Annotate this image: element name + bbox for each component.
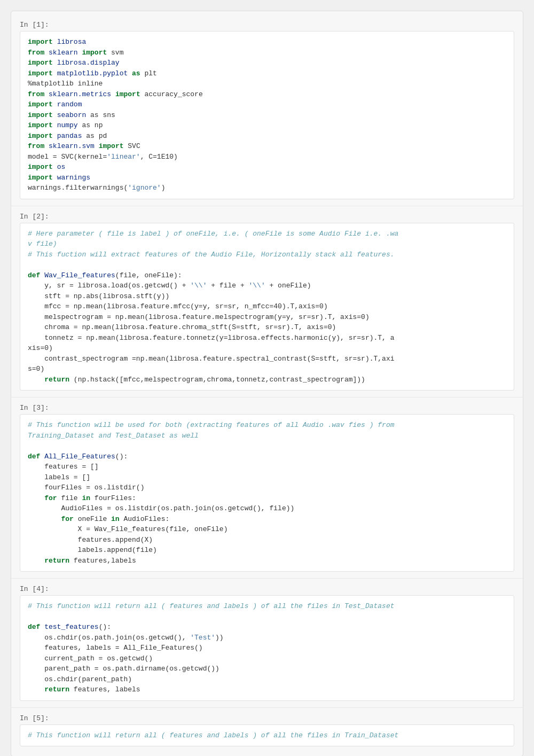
code-block-3[interactable]: # This function will be used for both (e… — [20, 414, 514, 572]
code-block-4[interactable]: # This function will return all ( featur… — [20, 595, 514, 701]
cell-5: In [5]:# This function will return all (… — [20, 714, 514, 747]
cell-separator-3 — [11, 578, 523, 579]
cell-2: In [2]:# Here parameter ( file is label … — [20, 213, 514, 391]
cell-label-3: In [3]: — [20, 404, 514, 412]
code-block-5[interactable]: # This function will return all ( featur… — [20, 724, 514, 747]
cell-3: In [3]:# This function will be used for … — [20, 404, 514, 572]
code-block-1[interactable]: import librosa from sklearn import svm i… — [20, 31, 514, 199]
cell-separator-1 — [11, 206, 523, 206]
cell-label-2: In [2]: — [20, 213, 514, 221]
cell-label-5: In [5]: — [20, 714, 514, 722]
cell-1: In [1]:import librosa from sklearn impor… — [20, 21, 514, 199]
code-block-2[interactable]: # Here parameter ( file is label ) of on… — [20, 223, 514, 391]
cell-separator-4 — [11, 707, 523, 708]
cell-separator-2 — [11, 397, 523, 398]
cell-label-4: In [4]: — [20, 585, 514, 593]
notebook: In [1]:import librosa from sklearn impor… — [11, 11, 523, 756]
cell-label-1: In [1]: — [20, 21, 514, 29]
cell-4: In [4]:# This function will return all (… — [20, 585, 514, 701]
